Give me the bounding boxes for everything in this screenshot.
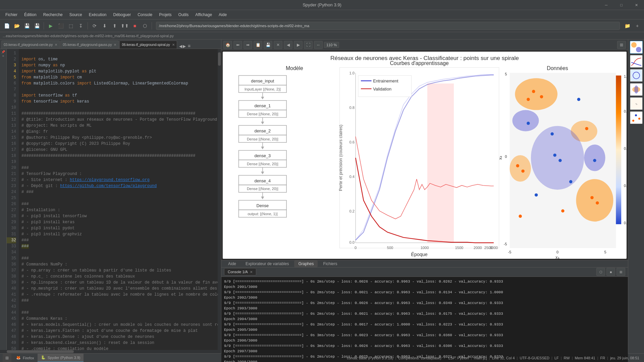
plot-select-button[interactable]: ⛶ bbox=[304, 41, 313, 49]
tab-spiral-close[interactable]: ✕ bbox=[172, 43, 175, 47]
thumbnail-4[interactable] bbox=[630, 83, 643, 96]
maximize-button[interactable]: □ bbox=[614, 0, 629, 10]
menu-deboguer[interactable]: Déboguer bbox=[110, 12, 133, 18]
y-tick-04: 0.4 bbox=[349, 175, 354, 179]
console-epoch-2996: Epoch 2996/3000 bbox=[224, 338, 625, 343]
editor-scroll-thumb[interactable] bbox=[218, 52, 221, 66]
thumb-svg-1 bbox=[631, 42, 642, 53]
line-num-31: 31 bbox=[7, 231, 16, 237]
menu-console[interactable]: Console bbox=[135, 12, 155, 18]
console-tab-close[interactable]: ✕ bbox=[250, 270, 253, 274]
menu-fichier[interactable]: Fichier bbox=[3, 12, 20, 18]
tab-cercle-close[interactable]: ✕ bbox=[55, 43, 57, 47]
taskbar-item-inactive[interactable]: 🦊 Firefox bbox=[13, 354, 38, 362]
menu-edition[interactable]: Édition bbox=[21, 12, 39, 18]
line-num-44: 44 bbox=[7, 310, 16, 316]
tab-spiral[interactable]: 06-keras-tf_playground-spiral.py ✕ bbox=[119, 41, 177, 49]
line-num-7: 7 bbox=[7, 86, 16, 93]
plot-pan-button[interactable]: ↔ bbox=[314, 41, 323, 49]
menu-outils[interactable]: Outils bbox=[176, 12, 192, 18]
file-path-text: ...eau/seriousgames/blender-edutech/git/… bbox=[3, 34, 174, 38]
debug-button[interactable]: ⟳ bbox=[90, 21, 99, 31]
code-content[interactable]: import os, time import numpy as np impor… bbox=[19, 49, 218, 350]
plot-back-button[interactable]: ⬅ bbox=[233, 41, 242, 49]
run-cell-button[interactable]: ⬛ bbox=[56, 21, 65, 31]
outline-icon[interactable]: ≡ bbox=[2, 54, 4, 58]
plot-zoom-out-button[interactable]: ◀ bbox=[284, 41, 292, 49]
tab-explorateur[interactable]: Explorateur de variables bbox=[241, 260, 293, 267]
dot-o9 bbox=[561, 209, 565, 213]
console-toolbar-btn2[interactable]: ■ bbox=[606, 268, 615, 276]
editor-hscroll-thumb[interactable] bbox=[7, 350, 74, 353]
blue-region-3 bbox=[584, 144, 605, 171]
tab-menu-icon[interactable]: ≡ bbox=[188, 43, 191, 49]
run-to-line-button[interactable]: ↧ bbox=[76, 21, 86, 31]
plot-zoom-in-button[interactable]: ▶ bbox=[294, 41, 303, 49]
taskbar-item-active[interactable]: 🐍 Spyder (Python 3.9) bbox=[38, 354, 84, 362]
menu-recherche[interactable]: Recherche bbox=[41, 12, 65, 18]
menu-source[interactable]: Source bbox=[67, 12, 85, 18]
menu-execution[interactable]: Exécution bbox=[86, 12, 109, 18]
tab-next-arrow[interactable]: ▶ bbox=[183, 44, 186, 49]
plot-forward-button[interactable]: ➡ bbox=[244, 41, 252, 49]
tab-gauss[interactable]: 05-keras-tf_playground-gauss.py ✕ bbox=[60, 41, 119, 49]
editor-tabs: 03-keras-tf_playground-cercle.py ✕ 05-ke… bbox=[0, 40, 221, 49]
tab-gauss-close[interactable]: ✕ bbox=[114, 43, 116, 47]
window-controls[interactable]: ─ □ ✕ bbox=[599, 0, 644, 10]
y-tick-00: 0.0 bbox=[349, 240, 354, 244]
close-button[interactable]: ✕ bbox=[629, 0, 644, 10]
plot-toolbar: 🏠 ⬅ ➡ 📋 💾 ✕ ◀ ▶ ⛶ ↔ 110 % ⊞ bbox=[221, 40, 628, 50]
console-expand-btn[interactable]: ⊞ bbox=[616, 268, 625, 276]
tab-graphes[interactable]: Graphes bbox=[294, 260, 318, 267]
tab-fichiers[interactable]: Fichiers bbox=[319, 260, 341, 267]
run-button[interactable]: ▶ bbox=[46, 21, 55, 31]
tab-aide[interactable]: Aide bbox=[224, 260, 240, 267]
line-num-34: 34 bbox=[7, 249, 16, 255]
line-num-45: 45 bbox=[7, 316, 16, 322]
save-all-button[interactable]: 💾 bbox=[32, 21, 42, 31]
menu-projets[interactable]: Projets bbox=[156, 12, 174, 18]
plot-expand-button[interactable]: ⊞ bbox=[617, 41, 626, 49]
thumbnail-1[interactable] bbox=[630, 41, 643, 54]
plot-save-button[interactable]: 💾 bbox=[264, 41, 272, 49]
minimize-button[interactable]: ─ bbox=[599, 0, 614, 10]
step-button[interactable]: ⬚ bbox=[66, 21, 75, 31]
abort-button[interactable]: ⬆⬆ bbox=[120, 21, 129, 31]
thumbnail-3[interactable] bbox=[630, 69, 643, 82]
new-file-button[interactable]: 📄 bbox=[2, 21, 11, 31]
x-axis-label: Époque bbox=[411, 252, 428, 257]
toolbar: 📄 📂 💾 💾 ▶ ⬛ ⬚ ↧ ⟳ ⬇ ⬆ ⬆⬆ ■ ⬡ /mnt/home2/… bbox=[0, 19, 644, 32]
console-toolbar-btn1[interactable]: ⬡ bbox=[596, 268, 605, 276]
continue-button[interactable]: ⬆ bbox=[110, 21, 119, 31]
browse-button[interactable]: 📁 bbox=[623, 21, 632, 31]
editor-scrollbar[interactable] bbox=[218, 49, 221, 350]
plot-copy-button[interactable]: 📋 bbox=[254, 41, 262, 49]
stop-button[interactable]: ⬇ bbox=[100, 21, 109, 31]
plot-home-button[interactable]: 🏠 bbox=[223, 41, 232, 49]
data-y-tick-minus5: -5 bbox=[504, 242, 507, 246]
save-file-button[interactable]: 💾 bbox=[22, 21, 32, 31]
bookmark-icon[interactable]: 📌 bbox=[1, 50, 5, 54]
interrupt-button[interactable]: ■ bbox=[130, 21, 140, 31]
thumbnail-6[interactable] bbox=[630, 111, 643, 124]
dot-b7 bbox=[535, 193, 538, 197]
console-tab-1a[interactable]: Console 1/A ✕ bbox=[224, 268, 256, 276]
menu-aide[interactable]: Aide bbox=[216, 12, 229, 18]
dot-b3 bbox=[527, 122, 530, 125]
arrowhead5 bbox=[261, 196, 264, 199]
editor-hscrollbar[interactable] bbox=[0, 350, 221, 353]
open-file-button[interactable]: 📂 bbox=[12, 21, 21, 31]
thumbnail-2[interactable] bbox=[630, 55, 643, 68]
restart-button[interactable]: ⬡ bbox=[140, 21, 150, 31]
thumbnail-5[interactable]: ∿ bbox=[630, 97, 643, 110]
tab-prev-arrow[interactable]: ◀ bbox=[179, 44, 182, 49]
line-num-4: 4 bbox=[7, 68, 16, 74]
layer-dense1-label: dense_1 bbox=[255, 104, 271, 108]
start-menu[interactable]: ⊞ bbox=[3, 354, 11, 362]
line-num-32: 32 bbox=[7, 237, 16, 243]
settings-button[interactable]: + bbox=[633, 21, 642, 31]
status-completions: Completions: conda(base) bbox=[396, 356, 443, 360]
menu-affichage[interactable]: Affichage bbox=[193, 12, 215, 18]
tab-cercle[interactable]: 03-keras-tf_playground-cercle.py ✕ bbox=[1, 41, 60, 49]
plot-close-button[interactable]: ✕ bbox=[274, 41, 282, 49]
